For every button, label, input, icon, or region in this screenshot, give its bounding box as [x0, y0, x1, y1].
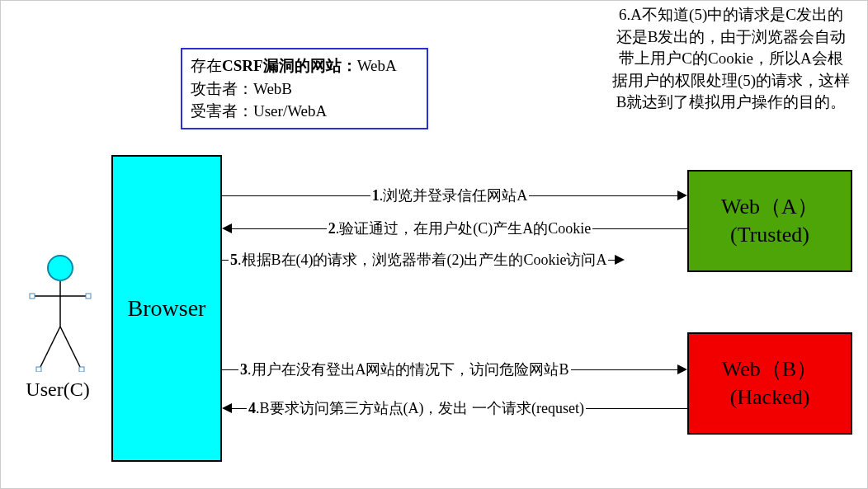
- arrow-left-icon: [222, 403, 232, 413]
- svg-rect-7: [79, 367, 84, 372]
- step-1-text: .浏览并登录信任网站A: [380, 187, 528, 204]
- step-5-text: .根据B在(4)的请求，浏览器带着(2)出产生的Cookie访问A: [238, 252, 606, 268]
- step-1: 1.浏览并登录信任网站A: [222, 186, 687, 205]
- user-head-icon: [47, 255, 73, 281]
- arrow-right-icon: [615, 255, 625, 265]
- step-5-num: 5: [230, 252, 238, 268]
- legend-line2: 攻击者：WebB: [191, 78, 418, 101]
- browser-box: Browser: [111, 155, 222, 462]
- step-2-num: 2: [328, 220, 336, 237]
- step-1-num: 1: [372, 187, 380, 204]
- web-a-line2: (Trusted): [721, 221, 818, 249]
- step-4-text: .B要求访问第三方站点(A)，发出 一个请求(requset): [256, 400, 584, 416]
- web-b-line2: (Hacked): [722, 383, 818, 411]
- svg-rect-5: [86, 294, 91, 299]
- note-6: 6.A不知道(5)中的请求是C发出的还是B发出的，由于浏览器会自动带上用户C的C…: [611, 4, 851, 114]
- svg-rect-6: [36, 367, 41, 372]
- step-4: 4.B要求访问第三方站点(A)，发出 一个请求(requset): [222, 398, 687, 418]
- arrow-right-icon: [677, 364, 687, 374]
- legend-box: 存在CSRF漏洞的网站：WebA 攻击者：WebB 受害者：User/WebA: [181, 48, 428, 129]
- step-3-num: 3: [240, 361, 248, 378]
- web-b-box: Web（B） (Hacked): [687, 332, 852, 435]
- step-5: 5.根据B在(4)的请求，浏览器带着(2)出产生的Cookie访问A: [222, 250, 687, 270]
- legend-line1-bold: CSRF漏洞的网站：: [222, 57, 357, 74]
- step-2: 2.验证通过，在用户处(C)产生A的Cookie: [222, 219, 687, 238]
- user-body-icon: [27, 281, 93, 372]
- web-a-line1: Web（A）: [721, 193, 818, 221]
- browser-label: Browser: [128, 295, 206, 322]
- web-a-box: Web（A） (Trusted): [687, 170, 852, 272]
- user-icon: [27, 255, 93, 379]
- user-label: User(C): [12, 379, 103, 401]
- svg-line-3: [60, 327, 82, 370]
- step-4-num: 4: [248, 400, 256, 416]
- legend-line3: 受害者：User/WebA: [191, 100, 418, 123]
- svg-rect-4: [30, 294, 35, 299]
- arrow-left-icon: [222, 223, 232, 233]
- diagram-canvas: 存在CSRF漏洞的网站：WebA 攻击者：WebB 受害者：User/WebA …: [0, 0, 868, 489]
- step-3-text: .用户在没有登出A网站的情况下，访问危险网站B: [248, 361, 569, 378]
- legend-line1: 存在CSRF漏洞的网站：WebA: [191, 54, 418, 78]
- svg-line-2: [39, 327, 60, 370]
- step-2-text: .验证通过，在用户处(C)产生A的Cookie: [336, 220, 592, 237]
- legend-line1-pre: 存在: [191, 57, 222, 74]
- step-3: 3.用户在没有登出A网站的情况下，访问危险网站B: [222, 360, 687, 379]
- legend-line1-rest: WebA: [357, 57, 397, 74]
- web-b-line1: Web（B）: [722, 355, 818, 383]
- arrow-right-icon: [677, 190, 687, 200]
